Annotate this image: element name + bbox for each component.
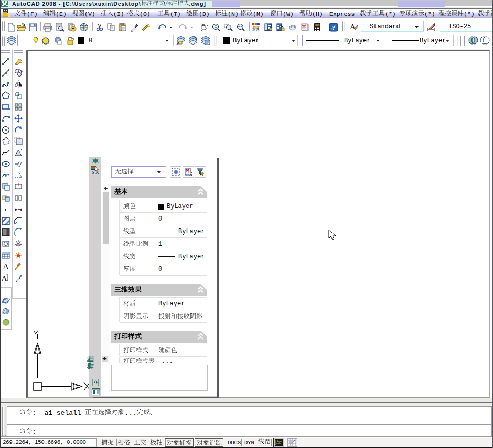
svg-text:A: A — [95, 170, 99, 174]
svg-text:A: A — [2, 274, 7, 282]
svg-text:S: S — [252, 27, 255, 32]
svg-text:?: ? — [332, 24, 336, 31]
svg-text:A: A — [3, 262, 9, 270]
svg-text:A: A — [256, 27, 260, 32]
svg-text:S: S — [92, 170, 94, 174]
